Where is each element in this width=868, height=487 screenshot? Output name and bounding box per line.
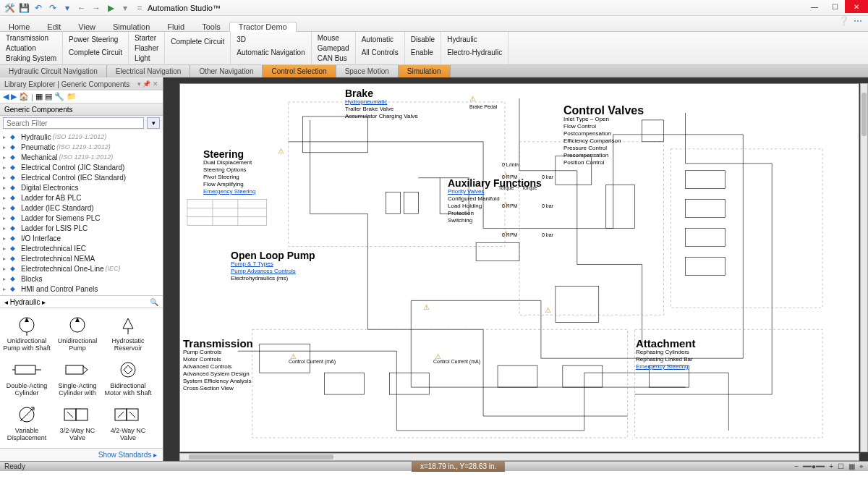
options-icon[interactable]: ⋯ (854, 16, 862, 31)
status-bar: Ready x=18.79 in., Y=28.63 in. − ━━●━━ +… (0, 461, 868, 471)
library-panel: Library Explorer | Generic Components ▾ … (0, 77, 163, 461)
svg-line-17 (118, 412, 124, 418)
pin-icon[interactable]: ▾ 📌 ✕ (137, 80, 158, 88)
svg-rect-4 (15, 365, 35, 374)
tab-tractor-demo[interactable]: Tractor Demo (229, 22, 297, 32)
help-icon[interactable]: ❔ (838, 16, 849, 31)
svg-rect-26 (386, 192, 400, 214)
view-mode-icon[interactable]: ☐ (838, 462, 844, 471)
arrow-right-icon[interactable]: → (90, 1, 103, 14)
tab-home[interactable]: Home (0, 22, 38, 31)
svg-rect-39 (389, 373, 429, 394)
run-icon[interactable]: ▶ (104, 1, 117, 14)
secnav-simulation[interactable]: Simulation (399, 65, 451, 77)
horizontal-scrollbar[interactable] (179, 453, 859, 461)
library-title: Library Explorer | Generic Components ▾ … (0, 77, 163, 90)
attachment-title: Attachment (636, 340, 696, 347)
home-icon[interactable]: 🏠 (19, 92, 29, 101)
search-icon[interactable]: 🔍 (150, 298, 158, 306)
view-icon[interactable]: ▦ (35, 92, 43, 101)
forward-icon[interactable]: ▶ (11, 92, 17, 101)
tree-node[interactable]: ▸◆Ladder (IEC Standard) (0, 203, 163, 213)
secnav-control-selection[interactable]: Control Selection (263, 65, 336, 77)
zoom-slider[interactable]: ━━●━━ (803, 462, 825, 471)
transmission-title: Transmission (183, 340, 253, 347)
tree-node[interactable]: ▸◆Ladder for LSIS PLC (0, 223, 163, 233)
secnav-space-motion[interactable]: Space Motion (336, 65, 399, 77)
tree-node[interactable]: ▸◆Electrical Control (IEC Standard) (0, 172, 163, 182)
component-item[interactable]: Single-Acting Cylinder with Spr... (52, 357, 103, 397)
tree-node[interactable]: ▸◆Electrotechnical IEC (0, 243, 163, 253)
component-item[interactable]: 4/2-Way NC Valve (103, 402, 153, 441)
brake-link-0[interactable]: Hydropneumatic (345, 98, 418, 106)
warning-icon (469, 94, 477, 101)
component-item[interactable]: Bidirectional Motor with Shaft (103, 357, 153, 397)
component-item[interactable]: Variable Displacement Bi... (1, 402, 52, 441)
component-item[interactable]: Hydrostatic Reservoir (103, 313, 153, 352)
status-coords: x=18.79 in., Y=28.63 in. (412, 462, 505, 472)
arrow-left-icon[interactable]: ← (75, 1, 88, 14)
secnav-hydraulic[interactable]: Hydraulic Circuit Navigation (0, 65, 107, 77)
component-item[interactable]: 3/2-Way NC Valve (52, 402, 103, 441)
breadcrumb[interactable]: ◂ Hydraulic ▸ (4, 298, 46, 306)
search-input[interactable] (3, 117, 144, 129)
zoom-out-icon[interactable]: − (794, 462, 799, 471)
tab-simulation[interactable]: Simulation (104, 22, 158, 31)
show-standards-link[interactable]: Show Standards ▸ (98, 451, 157, 459)
tree-node[interactable]: ▸◆HMI and Control Panels (0, 284, 163, 294)
secnav-other[interactable]: Other Navigation (190, 65, 263, 77)
svg-rect-31 (606, 185, 635, 229)
list-icon[interactable]: ▤ (45, 92, 52, 101)
steering-title: Steering (203, 151, 255, 158)
save-icon[interactable]: 💾 (17, 1, 30, 14)
attachment-link-0[interactable]: Emergency Steering (636, 363, 696, 370)
library-toolbar: ◀ ▶ 🏠 | ▦ ▤ 🔧 📁 (0, 90, 163, 103)
back-icon[interactable]: ◀ (3, 92, 9, 101)
svg-rect-36 (685, 257, 725, 275)
svg-rect-43 (187, 200, 267, 226)
tab-edit[interactable]: Edit (38, 22, 69, 31)
component-item[interactable]: Double-Acting Cylinder (1, 357, 52, 397)
undo-icon[interactable]: ↶ (32, 1, 45, 14)
openloop-title: Open Loop Pump (231, 252, 315, 259)
tree-node[interactable]: ▸◆Blocks (0, 274, 163, 284)
minimize-button[interactable]: — (804, 0, 825, 13)
warning-icon (503, 200, 510, 207)
filter-button[interactable]: ▾ (147, 117, 160, 129)
control-valves-title: Control Valves (563, 107, 644, 114)
steering-link-0[interactable]: Emergency Steering (203, 188, 255, 195)
vertical-scrollbar[interactable] (860, 83, 868, 452)
warning-icon (423, 302, 430, 310)
redo-icon[interactable]: ↷ (46, 1, 59, 14)
tree-node[interactable]: ▸◆Electrotechnical NEMA (0, 253, 163, 263)
diagram-canvas[interactable]: Brake Hydropneumatic Trailer Brake Valve… (179, 83, 859, 452)
tab-tools[interactable]: Tools (193, 22, 229, 31)
tab-fluid[interactable]: Fluid (158, 22, 193, 31)
svg-rect-28 (476, 243, 519, 261)
tree-node[interactable]: ▸◆Pneumatic(ISO 1219-1:2012) (0, 142, 163, 152)
maximize-button[interactable]: ☐ (825, 0, 845, 13)
tree-node[interactable]: ▸◆Digital Electronics (0, 182, 163, 192)
zoom-in-icon[interactable]: + (829, 462, 833, 471)
tree-node[interactable]: ▸◆Hydraulic(ISO 1219-1:2012) (0, 132, 163, 142)
component-item[interactable]: Unidirectional Pump with Shaft (1, 313, 52, 352)
svg-line-10 (20, 408, 33, 421)
filter-icon[interactable]: 🔧 (54, 92, 64, 101)
component-item[interactable]: Unidirectional Pump (52, 313, 103, 352)
tree-node[interactable]: ▸◆Ladder for Siemens PLC (0, 213, 163, 223)
tree-node[interactable]: ▸◆Mechanical(ISO 1219-1:2012) (0, 152, 163, 162)
library-tab[interactable]: Generic Components (0, 103, 163, 116)
tree-node[interactable]: ▸◆Electrotechnical One-Line(IEC) (0, 263, 163, 274)
tab-view[interactable]: View (69, 22, 104, 31)
tree-node[interactable]: ▸◆I/O Interface (0, 233, 163, 243)
openloop-link-1[interactable]: Pump Advances Controls (231, 268, 315, 275)
tree-node[interactable]: ▸◆Electrical Control (JIC Standard) (0, 162, 163, 172)
folder-icon[interactable]: 📁 (67, 92, 77, 101)
openloop-link-0[interactable]: Pump & T Types (231, 261, 315, 268)
secnav-electrical[interactable]: Electrical Navigation (107, 65, 191, 77)
svg-rect-34 (685, 200, 725, 218)
close-button[interactable]: ✕ (845, 0, 868, 13)
tree-node[interactable]: ▸◆Ladder for AB PLC (0, 192, 163, 203)
svg-rect-25 (303, 117, 368, 153)
svg-rect-30 (556, 286, 599, 322)
